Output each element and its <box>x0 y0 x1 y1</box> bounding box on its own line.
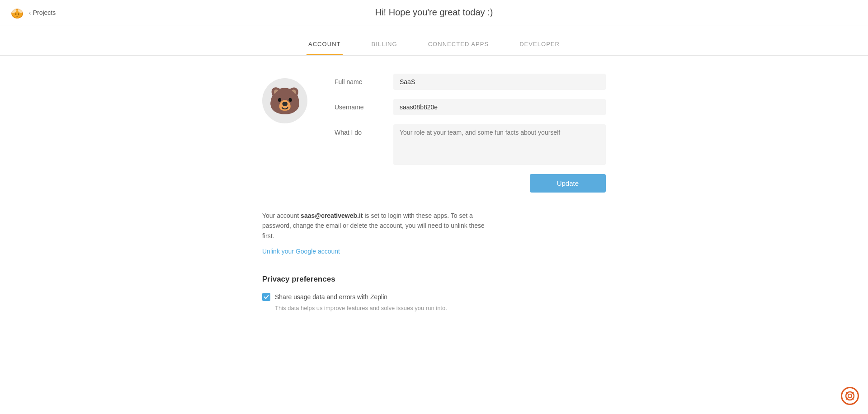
share-data-description: This data helps us improve features and … <box>275 305 606 311</box>
avatar[interactable]: 🐻 <box>262 78 307 123</box>
full-name-row: Full name <box>335 74 606 90</box>
account-email: saas@creativeweb.it <box>301 212 363 219</box>
support-icon <box>845 391 855 401</box>
back-chevron-icon: ‹ <box>29 9 31 16</box>
what-i-do-row: What I do <box>335 124 606 165</box>
username-input[interactable] <box>393 99 606 115</box>
update-button[interactable]: Update <box>530 174 606 193</box>
full-name-input[interactable] <box>393 74 606 90</box>
avatar-container: 🐻 <box>262 74 307 193</box>
privacy-title: Privacy preferences <box>262 275 606 284</box>
what-i-do-label: What I do <box>335 124 380 136</box>
privacy-section: Privacy preferences Share usage data and… <box>262 275 606 311</box>
checkmark-icon <box>264 294 269 300</box>
update-btn-row: Update <box>335 174 606 193</box>
logo-icon <box>9 5 25 21</box>
svg-point-7 <box>848 394 852 398</box>
share-data-label: Share usage data and errors with Zeplin <box>275 293 387 301</box>
tab-account[interactable]: ACCOUNT <box>307 34 343 55</box>
greeting-text: Hi! Hope you're great today :) <box>375 7 493 18</box>
username-row: Username <box>335 99 606 115</box>
account-info-text: Your account saas@creativeweb.it is set … <box>262 211 488 241</box>
unlink-google-link[interactable]: Unlink your Google account <box>262 246 488 256</box>
tab-connected-apps[interactable]: CONNECTED APPS <box>426 34 491 55</box>
main-content: 🐻 Full name Username What I do Update <box>253 56 615 329</box>
account-info-prefix: Your account <box>262 212 301 219</box>
what-i-do-input[interactable] <box>393 124 606 165</box>
support-button[interactable] <box>841 387 859 405</box>
share-data-checkbox[interactable] <box>262 293 270 301</box>
tab-billing[interactable]: BILLING <box>370 34 399 55</box>
full-name-label: Full name <box>335 74 380 85</box>
svg-point-5 <box>18 13 19 14</box>
logo-area: ‹ Projects <box>9 5 56 21</box>
back-link[interactable]: ‹ Projects <box>29 9 56 16</box>
username-label: Username <box>335 99 380 111</box>
svg-point-4 <box>15 13 17 14</box>
back-label: Projects <box>33 9 56 16</box>
avatar-emoji: 🐻 <box>269 85 301 116</box>
profile-section: 🐻 Full name Username What I do Update <box>262 74 606 193</box>
tabs-container: ACCOUNT BILLING CONNECTED APPS DEVELOPER <box>0 34 868 56</box>
share-data-checkbox-row: Share usage data and errors with Zeplin <box>262 293 606 301</box>
tab-developer[interactable]: DEVELOPER <box>518 34 561 55</box>
form-section: Full name Username What I do Update <box>335 74 606 193</box>
top-nav: ‹ Projects Hi! Hope you're great today :… <box>0 0 868 25</box>
account-info-section: Your account saas@creativeweb.it is set … <box>262 211 488 257</box>
